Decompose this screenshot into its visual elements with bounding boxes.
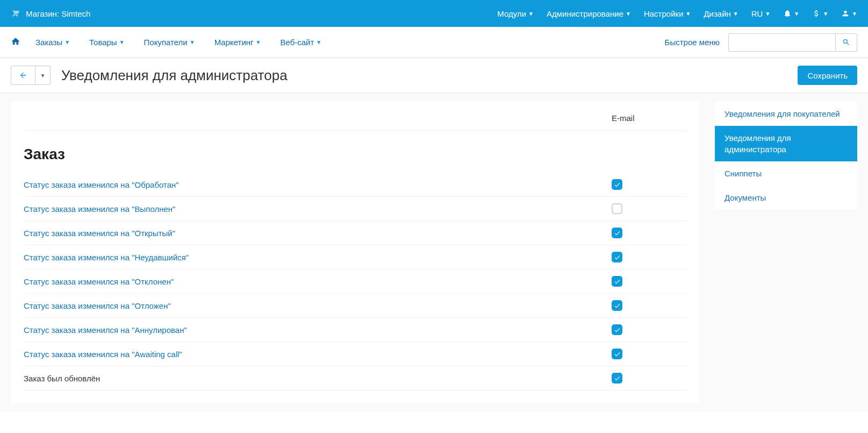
notification-label[interactable]: Статус заказа изменился на "Обработан": [24, 180, 612, 189]
quick-menu[interactable]: Быстрое меню: [665, 38, 720, 47]
notification-row: Статус заказа изменился на "Аннулирован": [24, 318, 687, 342]
sidebar: Уведомления для покупателейУведомления д…: [715, 102, 857, 210]
sidebar-item[interactable]: Сниппеты: [715, 161, 857, 186]
notification-label[interactable]: Статус заказа изменился на "Неудавшийся": [24, 253, 612, 262]
topnav-admin[interactable]: Администрирование▼: [547, 9, 631, 18]
search-input[interactable]: [728, 33, 836, 52]
email-checkbox[interactable]: [612, 349, 622, 359]
bell-icon[interactable]: ▼: [783, 9, 799, 18]
nav-customers[interactable]: Покупатели▼: [144, 38, 195, 47]
page-title: Уведомления для администратора: [61, 67, 288, 84]
notification-row: Статус заказа изменился на "Выполнен": [24, 197, 687, 221]
notification-row: Статус заказа изменился на "Обработан": [24, 173, 687, 197]
notification-label[interactable]: Статус заказа изменился на "Отложен": [24, 301, 612, 310]
notification-row: Статус заказа изменился на "Awaiting cal…: [24, 342, 687, 366]
notification-label[interactable]: Статус заказа изменился на "Отклонен": [24, 277, 612, 286]
store-label[interactable]: Магазин: Simtech: [26, 9, 90, 18]
topnav-design[interactable]: Дизайн▼: [704, 9, 738, 18]
cart-icon: [11, 9, 19, 19]
email-checkbox[interactable]: [612, 228, 622, 238]
topnav-settings[interactable]: Настройки▼: [644, 9, 691, 18]
nav-products[interactable]: Товары▼: [89, 38, 125, 47]
sidebar-item[interactable]: Уведомления для покупателей: [715, 102, 857, 126]
topbar: Магазин: Simtech Модули▼ Администрирован…: [0, 0, 868, 27]
back-dropdown[interactable]: ▼: [35, 66, 51, 85]
user-icon[interactable]: ▼: [841, 9, 857, 18]
notification-row: Заказ был обновлён: [24, 366, 687, 391]
nav-orders[interactable]: Заказы▼: [35, 38, 70, 47]
column-email: E-mail: [612, 113, 687, 123]
notification-row: Статус заказа изменился на "Отклонен": [24, 269, 687, 294]
topnav-lang[interactable]: RU▼: [751, 9, 771, 18]
notification-label[interactable]: Статус заказа изменился на "Аннулирован": [24, 325, 612, 335]
notification-label[interactable]: Статус заказа изменился на "Выполнен": [24, 204, 612, 214]
email-checkbox[interactable]: [612, 324, 622, 335]
email-checkbox[interactable]: [612, 373, 622, 384]
nav-marketing[interactable]: Маркетинг▼: [214, 38, 261, 47]
email-checkbox[interactable]: [612, 276, 622, 287]
section-title: Заказ: [24, 131, 687, 173]
sidebar-item[interactable]: Документы: [715, 186, 857, 210]
email-checkbox[interactable]: [612, 203, 622, 214]
email-checkbox[interactable]: [612, 179, 622, 190]
email-checkbox[interactable]: [612, 300, 622, 311]
notification-row: Статус заказа изменился на "Открытый": [24, 221, 687, 245]
notification-row: Статус заказа изменился на "Отложен": [24, 294, 687, 318]
currency-icon[interactable]: ▼: [812, 9, 828, 18]
notification-label[interactable]: Статус заказа изменился на "Открытый": [24, 229, 612, 238]
notification-label[interactable]: Статус заказа изменился на "Awaiting cal…: [24, 350, 612, 359]
topnav-modules[interactable]: Модули▼: [497, 9, 534, 18]
nav-website[interactable]: Веб-сайт▼: [280, 38, 321, 47]
secondnav: Заказы▼ Товары▼ Покупатели▼ Маркетинг▼ В…: [0, 27, 868, 58]
sidebar-item[interactable]: Уведомления для администратора: [715, 126, 857, 161]
titlebar: ▼ Уведомления для администратора Сохрани…: [0, 58, 868, 93]
email-checkbox[interactable]: [612, 252, 622, 262]
home-icon[interactable]: [11, 37, 20, 48]
notification-label: Заказ был обновлён: [24, 374, 612, 383]
back-button[interactable]: [11, 66, 35, 85]
search-button[interactable]: [836, 33, 857, 52]
main-panel: E-mail Заказ Статус заказа изменился на …: [11, 102, 700, 403]
save-button[interactable]: Сохранить: [798, 66, 857, 85]
notification-row: Статус заказа изменился на "Неудавшийся": [24, 245, 687, 269]
